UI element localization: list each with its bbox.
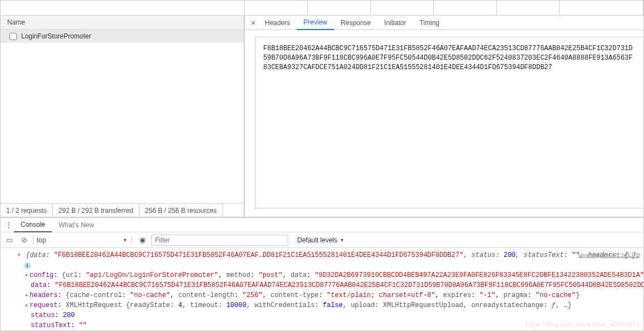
console-toolbar: ▭ ⊘ top ▼ ◉ Default levels ▼ — [1, 232, 643, 248]
console-filter-input[interactable] — [151, 235, 288, 246]
close-icon[interactable]: × — [248, 18, 258, 27]
console-sidebar-toggle-icon[interactable]: ▭ — [4, 236, 15, 244]
execution-context-selector[interactable]: top — [37, 236, 46, 244]
status-transferred: 292 B / 292 B transferred — [53, 204, 139, 217]
network-request-list-panel: Name LoginForStorePromoter 1 / 2 request… — [1, 16, 245, 217]
response-preview-content[interactable]: F6B18BEE20462A44BCBC9C716575D471E31FB585… — [255, 37, 643, 208]
tab-timing[interactable]: Timing — [413, 16, 446, 30]
expand-toggle-icon[interactable] — [24, 300, 30, 310]
tab-whats-new[interactable]: What's New — [52, 218, 101, 232]
chevron-down-icon: ▼ — [340, 237, 345, 243]
expand-toggle-icon[interactable] — [24, 290, 30, 300]
log-levels-selector[interactable]: Default levels ▼ — [297, 236, 345, 244]
message-source-link[interactable]: shopLogin.vue?c2e8:179 — [578, 250, 640, 260]
expand-toggle-icon[interactable] — [16, 250, 22, 260]
tab-response[interactable]: Response — [334, 16, 377, 30]
drawer-menu-icon[interactable]: ⋮ — [4, 221, 14, 230]
network-toolbar-strip — [1, 1, 643, 16]
request-row-loginforstorepromoter[interactable]: LoginForStorePromoter — [1, 30, 244, 43]
console-messages[interactable]: shopLogin.vue?c2e8:179 {data: "F6B18BEE2… — [1, 248, 643, 330]
request-row-checkbox[interactable] — [9, 33, 17, 40]
live-expression-icon[interactable]: ◉ — [137, 236, 148, 244]
console-drawer: ⋮ Console What's New ▭ ⊘ top ▼ ◉ Default… — [1, 217, 643, 330]
request-list-header-name[interactable]: Name — [1, 16, 244, 30]
tab-headers[interactable]: Headers — [258, 16, 297, 30]
expand-toggle-icon[interactable] — [24, 270, 30, 280]
status-requests-count: 1 / 2 requests — [1, 204, 53, 217]
chevron-down-icon: ▼ — [123, 237, 128, 243]
network-detail-panel: × Headers Preview Response Initiator Tim… — [245, 16, 643, 217]
info-icon: i — [24, 262, 31, 269]
request-row-name: LoginForStorePromoter — [21, 32, 91, 40]
tab-console[interactable]: Console — [14, 218, 52, 232]
tab-preview[interactable]: Preview — [297, 16, 334, 30]
detail-tabs: × Headers Preview Response Initiator Tim… — [245, 16, 643, 30]
clear-console-icon[interactable]: ⊘ — [18, 236, 30, 244]
request-list-status-bar: 1 / 2 requests 292 B / 292 B transferred… — [1, 203, 244, 217]
status-resources: 256 B / 256 B resources — [139, 204, 223, 217]
tab-initiator[interactable]: Initiator — [377, 16, 413, 30]
